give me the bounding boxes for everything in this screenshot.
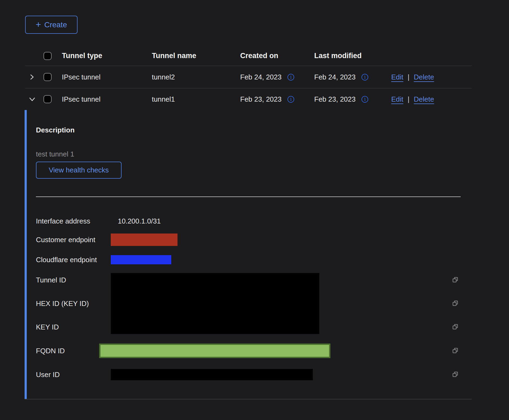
- info-icon[interactable]: i: [361, 96, 368, 103]
- user-id-label: User ID: [36, 371, 111, 379]
- view-health-checks-button[interactable]: View health checks: [36, 162, 122, 179]
- description-value: test tunnel 1: [36, 150, 458, 158]
- column-header-last-modified: Last modified: [314, 52, 391, 60]
- tunnels-table: Tunnel type Tunnel name Created on Last …: [25, 46, 472, 110]
- chevron-right-icon: [29, 74, 35, 80]
- tunnel-id-label: Tunnel ID: [36, 273, 111, 287]
- page: + Create Tunnel type Tunnel name Created…: [0, 16, 509, 420]
- created-on-cell: Feb 23, 2023: [240, 95, 282, 104]
- description-label: Description: [36, 126, 458, 134]
- edit-link[interactable]: Edit: [391, 95, 403, 104]
- hex-id-label: HEX ID (KEY ID): [36, 296, 111, 311]
- row-checkbox[interactable]: [43, 95, 52, 103]
- edit-link[interactable]: Edit: [391, 73, 403, 81]
- info-icon[interactable]: i: [287, 74, 294, 81]
- customer-endpoint-row: Customer endpoint: [36, 234, 458, 246]
- user-id-row: User ID: [36, 369, 458, 380]
- last-modified-cell: Feb 24, 2023: [314, 73, 356, 81]
- created-on-cell: Feb 24, 2023: [240, 73, 282, 81]
- tunnel-name-cell: tunnel1: [152, 95, 240, 104]
- id-group-row: Tunnel ID HEX ID (KEY ID) KEY ID: [36, 273, 458, 334]
- interface-address-row: Interface address 10.200.1.0/31: [36, 214, 458, 228]
- copy-icon[interactable]: [452, 347, 459, 354]
- info-icon[interactable]: i: [287, 96, 294, 103]
- info-icon[interactable]: i: [361, 74, 368, 81]
- select-all-checkbox[interactable]: [43, 52, 52, 60]
- copy-icon[interactable]: [452, 300, 459, 307]
- column-header-tunnel-type: Tunnel type: [62, 52, 152, 60]
- key-id-label: KEY ID: [36, 320, 111, 334]
- delete-link[interactable]: Delete: [414, 95, 434, 104]
- fqdn-id-redacted-value: [99, 344, 330, 358]
- create-button-label: Create: [44, 21, 67, 29]
- cloudflare-endpoint-row: Cloudflare endpoint: [36, 255, 458, 264]
- collapse-row-button[interactable]: [25, 96, 43, 103]
- tunnel-detail-panel: Description test tunnel 1 View health ch…: [25, 110, 472, 399]
- copy-icon[interactable]: [452, 276, 459, 284]
- fqdn-id-row: FQDN ID: [36, 344, 458, 358]
- row-checkbox[interactable]: [43, 73, 52, 81]
- user-id-redacted-value: [111, 369, 313, 380]
- customer-endpoint-redacted-value: [111, 234, 178, 246]
- action-separator: |: [408, 95, 410, 104]
- action-separator: |: [408, 73, 410, 81]
- column-header-tunnel-name: Tunnel name: [152, 52, 240, 60]
- table-row: IPsec tunnel tunnel1 Feb 23, 2023 i Feb …: [25, 88, 472, 110]
- copy-icon[interactable]: [452, 324, 459, 331]
- table-row: IPsec tunnel tunnel2 Feb 24, 2023 i Feb …: [25, 66, 472, 88]
- last-modified-cell: Feb 23, 2023: [314, 95, 356, 104]
- tunnel-name-cell: tunnel2: [152, 73, 240, 81]
- cloudflare-endpoint-label: Cloudflare endpoint: [36, 256, 111, 264]
- id-group-redacted-value: [111, 273, 319, 334]
- column-header-created-on: Created on: [240, 52, 314, 60]
- delete-link[interactable]: Delete: [414, 73, 434, 81]
- cloudflare-endpoint-redacted-value: [111, 255, 171, 264]
- chevron-down-icon: [29, 96, 36, 103]
- section-divider: [36, 196, 461, 197]
- table-header-row: Tunnel type Tunnel name Created on Last …: [25, 46, 472, 66]
- plus-icon: +: [36, 20, 41, 29]
- expand-row-button[interactable]: [25, 74, 43, 80]
- tunnel-type-cell: IPsec tunnel: [62, 95, 152, 104]
- copy-icon[interactable]: [452, 371, 459, 378]
- create-button[interactable]: + Create: [25, 16, 78, 34]
- table-bottom-divider: [25, 399, 472, 399]
- tunnel-type-cell: IPsec tunnel: [62, 73, 152, 81]
- customer-endpoint-label: Customer endpoint: [36, 236, 111, 244]
- interface-address-label: Interface address: [36, 217, 111, 225]
- interface-address-value: 10.200.1.0/31: [118, 217, 161, 225]
